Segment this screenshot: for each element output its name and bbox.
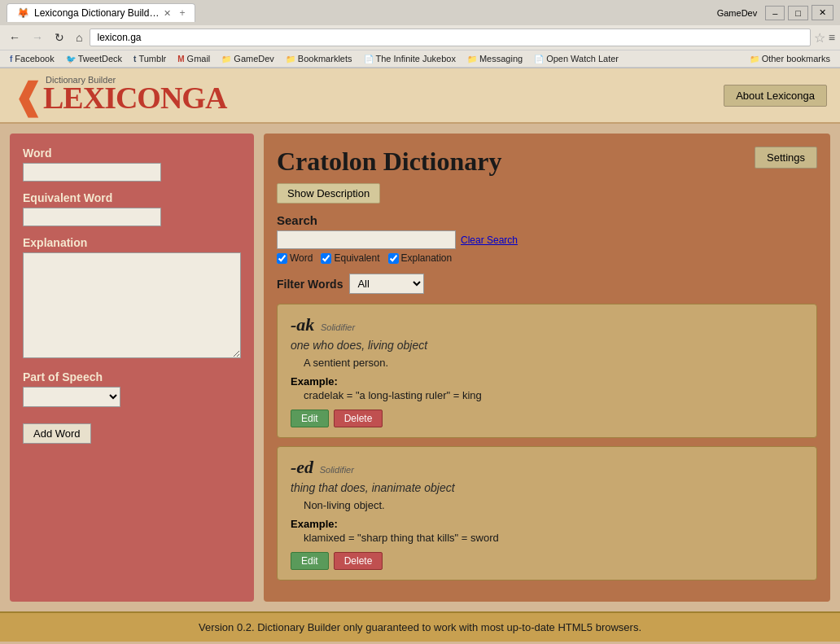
word-card-0: -ak Solidifier one who does, living obje… [277,304,817,438]
word-0-equivalent: one who does, living object [291,339,803,352]
word-1-text: -ed [291,457,313,477]
gamedev-label: GameDev [712,7,763,20]
facebook-icon: f [10,55,12,64]
bookmarklets-folder-icon: 📁 [286,55,295,64]
search-section: Search Clear Search Word Equivalent [277,213,817,264]
search-input[interactable] [277,230,456,249]
word-0-delete-button[interactable]: Delete [334,410,383,427]
logo-main-text: LEXICONGA [43,82,226,113]
dictionary-title: Cratolon Dictionary [277,147,501,177]
bookmark-messaging[interactable]: 📁 Messaging [462,52,527,65]
footer-text: Version 0.2. Dictionary Builder only gua… [199,621,641,633]
bookmark-bookmarklets[interactable]: 📁 Bookmarklets [281,52,357,65]
show-description-button[interactable]: Show Description [277,183,380,204]
back-btn[interactable]: ← [5,29,24,46]
maximize-btn[interactable]: □ [788,6,808,20]
filter-word-checkbox-label[interactable]: Word [277,252,313,264]
bookmark-tweetdeck[interactable]: 🐦 TweetDeck [61,52,127,65]
bookmark-other[interactable]: 📁 Other bookmarks [745,52,835,65]
explanation-label: Explanation [23,236,241,249]
word-0-explanation: A sentient person. [304,357,803,369]
settings-button[interactable]: Settings [755,147,817,169]
pos-select[interactable]: Noun Verb Adjective Adverb Solidifier [23,387,120,407]
filter-equivalent-checkbox-label[interactable]: Equivalent [321,252,379,264]
word-1-pos: Solidifier [320,465,354,475]
bookmark-jukebox-label: The Infinite Jukebox [376,54,456,64]
new-tab-btn[interactable]: + [179,7,185,19]
forward-btn[interactable]: → [28,29,47,46]
filter-equivalent-checkbox[interactable] [321,253,331,264]
filter-explanation-label: Explanation [401,252,453,264]
reload-btn[interactable]: ↻ [50,29,68,46]
home-btn[interactable]: ⌂ [72,29,86,46]
filter-equivalent-label: Equivalent [334,252,379,264]
filter-words-label: Filter Words [277,278,343,291]
bookmark-tumblr-label: Tumblr [138,54,166,64]
site-logo: Dictionary Builder ❰ LEXICONGA [13,75,226,116]
messaging-folder-icon: 📁 [467,55,477,64]
bookmark-facebook-label: Facebook [15,54,54,64]
logo-bracket-icon: ❰ [13,80,43,116]
bookmark-bookmarklets-label: Bookmarklets [298,54,352,64]
pos-label: Part of Speech [23,370,241,383]
explanation-textarea[interactable] [23,252,241,358]
gamedev-folder-icon: 📁 [221,55,231,64]
bookmark-gamedev-label: GameDev [234,54,274,64]
filter-explanation-checkbox-label[interactable]: Explanation [388,252,453,264]
word-1-equivalent: thing that does, inanimate object [291,481,803,494]
word-card-1: -ed Solidifier thing that does, inanimat… [277,446,817,580]
jukebox-page-icon: 📄 [364,55,374,64]
minimize-btn[interactable]: – [765,6,785,20]
add-word-button[interactable]: Add Word [23,423,91,444]
bookmark-gamedev[interactable]: 📁 GameDev [217,52,279,65]
bookmark-messaging-label: Messaging [479,54,523,64]
gmail-icon: M [177,55,184,64]
bookmark-open-watch-later[interactable]: 📄 Open Watch Later [529,52,623,65]
bookmark-facebook[interactable]: f Facebook [5,52,59,65]
bookmark-gmail-label: Gmail [187,54,211,64]
url-bar[interactable] [90,28,810,46]
bookmark-tumblr[interactable]: t Tumblr [129,52,171,65]
tab-title: Lexiconga Dictionary Build… [34,7,159,19]
equivalent-word-label: Equivalent Word [23,191,241,204]
filter-word-label: Word [290,252,313,264]
word-0-example-label: Example: [291,375,803,388]
word-1-delete-button[interactable]: Delete [334,552,383,570]
word-1-explanation: Non-living object. [304,499,803,511]
clear-search-button[interactable]: Clear Search [461,234,518,246]
filter-words-select[interactable]: All Nouns Verbs Adjectives Adverbs Solid… [349,274,424,294]
bookmark-star-icon[interactable]: ☆ [814,30,825,46]
filter-word-checkbox[interactable] [277,253,287,264]
dictionary-panel: Cratolon Dictionary Settings Show Descri… [264,134,830,602]
word-1-edit-button[interactable]: Edit [291,552,329,570]
add-word-panel: Word Equivalent Word Explanation Part of… [10,134,254,602]
word-label: Word [23,147,241,160]
about-button[interactable]: About Lexiconga [724,85,827,107]
bookmark-infinite-jukebox[interactable]: 📄 The Infinite Jukebox [359,52,461,65]
browser-favicon: 🦊 [17,7,29,19]
word-1-example: klamixed = "sharp thing that kills" = sw… [304,532,803,544]
word-0-edit-button[interactable]: Edit [291,410,329,427]
bookmark-watch-later-label: Open Watch Later [546,54,619,64]
other-bookmarks-folder-icon: 📁 [750,55,759,64]
close-btn[interactable]: ✕ [812,5,833,20]
tab-close-btn[interactable]: ✕ [164,8,171,19]
word-0-pos: Solidifier [321,322,355,332]
search-label: Search [277,213,817,227]
word-0-example: cradelak = "a long-lasting ruler" = king [304,389,803,401]
bookmark-gmail[interactable]: M Gmail [173,52,215,65]
word-0-text: -ak [291,314,314,335]
filter-explanation-checkbox[interactable] [388,253,399,264]
watch-later-page-icon: 📄 [534,55,544,64]
word-list: -ak Solidifier one who does, living obje… [277,304,817,580]
browser-menu-icon[interactable]: ≡ [829,31,835,44]
word-input[interactable] [23,163,161,182]
tweetdeck-icon: 🐦 [66,55,76,64]
site-footer: Version 0.2. Dictionary Builder only gua… [0,611,840,642]
equivalent-word-input[interactable] [23,208,161,226]
tumblr-icon: t [133,55,136,64]
word-1-example-label: Example: [291,518,803,530]
bookmark-other-label: Other bookmarks [762,54,830,64]
bookmark-tweetdeck-label: TweetDeck [78,54,122,64]
